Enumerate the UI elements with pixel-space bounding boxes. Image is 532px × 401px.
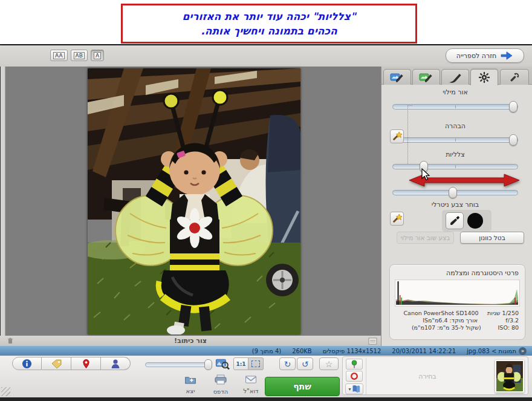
trash-icon[interactable] <box>5 337 15 345</box>
camera-info-row: ISO: 80 (שקול ל-35 מ"מ: 107מ"מ) <box>395 324 519 331</box>
printer-icon <box>215 374 227 385</box>
auto-light-wand-button[interactable] <box>390 129 404 143</box>
blue-photo-brush-icon <box>389 71 405 83</box>
back-to-library-label: חזרה לספרייה <box>456 52 496 60</box>
fit-view-button[interactable] <box>248 357 264 370</box>
person-icon <box>111 359 120 369</box>
print-label: הדפס <box>207 388 235 395</box>
people-button[interactable] <box>101 357 131 370</box>
slider-track <box>392 137 518 143</box>
email-action[interactable]: דוא"ל <box>237 375 265 394</box>
caption-text[interactable]: צור כיתוב! <box>174 337 207 345</box>
zoom-slider-thumb[interactable] <box>204 359 212 370</box>
tray-placeholder: בחירה <box>367 357 488 396</box>
view-ab-label: AB <box>74 52 85 59</box>
geotag-button[interactable] <box>71 357 101 370</box>
red-circle-icon <box>350 372 358 380</box>
shadows-slider[interactable] <box>392 161 518 172</box>
view-mode-a-button[interactable]: A <box>91 50 104 61</box>
view-mode-aa-button[interactable]: AA <box>50 50 68 61</box>
status-index: (4 מתוך 9) <box>252 348 281 354</box>
status-dimensions: 1134x1512 פיקסלים <box>323 348 381 354</box>
collapse-chevron-icon[interactable]: » <box>519 347 527 355</box>
tag-icon <box>51 359 62 369</box>
auto-color-wand-button[interactable] <box>390 212 404 226</box>
focal-equivalent: (שקול ל-35 מ"מ: 107מ"מ) <box>395 324 498 331</box>
photo-thumbnail[interactable] <box>495 360 524 393</box>
slider-track <box>392 164 518 169</box>
photo <box>88 68 300 334</box>
highlights-slider[interactable] <box>392 134 518 146</box>
tab-basic-fixes[interactable] <box>500 69 529 85</box>
info-icon <box>22 359 32 369</box>
slider-thumb[interactable] <box>509 101 517 112</box>
view-mode-ab-button[interactable]: AB <box>71 50 88 61</box>
wand-bracket-stub-top <box>408 105 412 106</box>
print-action[interactable]: הדפס <box>207 374 235 395</box>
clear-selection-button[interactable] <box>346 371 363 382</box>
highlights-label: הבהרה <box>392 122 518 130</box>
view-a-label: A <box>94 52 101 59</box>
email-icon <box>245 375 257 384</box>
rotate-cw-icon: ↻ <box>284 360 291 368</box>
neutral-color-swatch[interactable] <box>467 213 483 229</box>
info-button[interactable] <box>12 357 42 370</box>
zoom-slider[interactable] <box>145 359 210 370</box>
fill-light-label: אור מילוי <box>392 88 518 96</box>
tags-button[interactable] <box>42 357 71 370</box>
rotate-counterclockwise-button[interactable]: ↺ <box>297 357 313 370</box>
redo-fill-light-button[interactable]: בצע שוב אור מילוי <box>397 232 454 244</box>
window-bottom-edge <box>0 397 532 401</box>
export-label: יצא <box>177 388 204 394</box>
status-bar: תמונות > 083.jpg 14:22:21 20/03/2011 113… <box>0 346 532 356</box>
camera-info-row: f/3.2 אורך מוקד: 6.4מ"מIS <box>395 317 519 324</box>
hold-selection-button[interactable] <box>346 359 363 370</box>
tray-divider <box>366 358 366 394</box>
caption-bar: צור כיתוב! <box>0 336 381 346</box>
add-to-album-button[interactable]: ▾ <box>345 383 363 394</box>
neutral-picker-group <box>442 210 491 232</box>
edit-tab-bar <box>381 67 532 85</box>
annotation-callout: "צלליות" יכהה עוד יותר את האזורים הכהים … <box>121 4 417 44</box>
tab-effects-blue[interactable] <box>383 69 411 85</box>
green-pushpin-icon <box>350 359 358 369</box>
histogram-plot <box>395 279 520 307</box>
eyedropper-button[interactable] <box>446 212 464 229</box>
status-filesize: 260KB <box>292 348 312 354</box>
shutter-speed: 1/250 שניות <box>487 310 519 316</box>
camera-info-row: 1/250 שניות Canon PowerShot SD1400 <box>395 310 519 316</box>
tab-effects-green[interactable] <box>412 69 440 85</box>
shadows-label: צלליות <box>392 151 518 158</box>
actual-size-button[interactable]: 1:1 <box>233 357 248 370</box>
export-folder-icon <box>184 375 196 384</box>
tab-tuning-selected[interactable] <box>470 69 498 85</box>
back-to-library-button[interactable]: חזרה לספרייה <box>446 48 524 63</box>
sun-tuning-icon <box>478 71 491 83</box>
fit-view-icon <box>251 360 260 367</box>
fill-light-slider[interactable] <box>392 101 518 112</box>
zoom-slider-track <box>145 362 210 367</box>
email-label: דוא"ל <box>237 388 265 394</box>
status-datetime: 14:22:21 20/03/2011 <box>392 348 456 354</box>
rotate-clockwise-button[interactable]: ↻ <box>279 357 296 370</box>
slider-thumb[interactable] <box>509 134 517 146</box>
view-aa-label: AA <box>53 52 65 59</box>
map-pin-icon <box>82 359 91 369</box>
resize-grip <box>1 387 10 396</box>
back-arrow-icon <box>500 50 513 61</box>
brush-icon <box>448 71 462 83</box>
album-book-icon <box>351 384 360 394</box>
magic-wand-icon <box>392 214 402 224</box>
tab-effects[interactable] <box>441 69 469 85</box>
cancel-tuning-button[interactable]: בטל כוונון <box>460 232 524 244</box>
magic-wand-icon <box>392 131 402 142</box>
fit-photo-button[interactable] <box>215 357 231 373</box>
caption-toggle-icon[interactable] <box>368 337 377 345</box>
callout-line-2: הכהים בתמונה ויחשיך אותה. <box>201 24 337 38</box>
iso: ISO: 80 <box>498 324 519 331</box>
export-action[interactable]: יצא <box>177 375 204 394</box>
star-button[interactable]: ☆ <box>319 357 339 370</box>
aperture: f/3.2 <box>505 317 519 324</box>
share-button[interactable]: שתף <box>265 377 340 396</box>
tuning-panel: אור מילוי הבהרה צלליות טמפרטורת צבע <box>381 67 532 346</box>
